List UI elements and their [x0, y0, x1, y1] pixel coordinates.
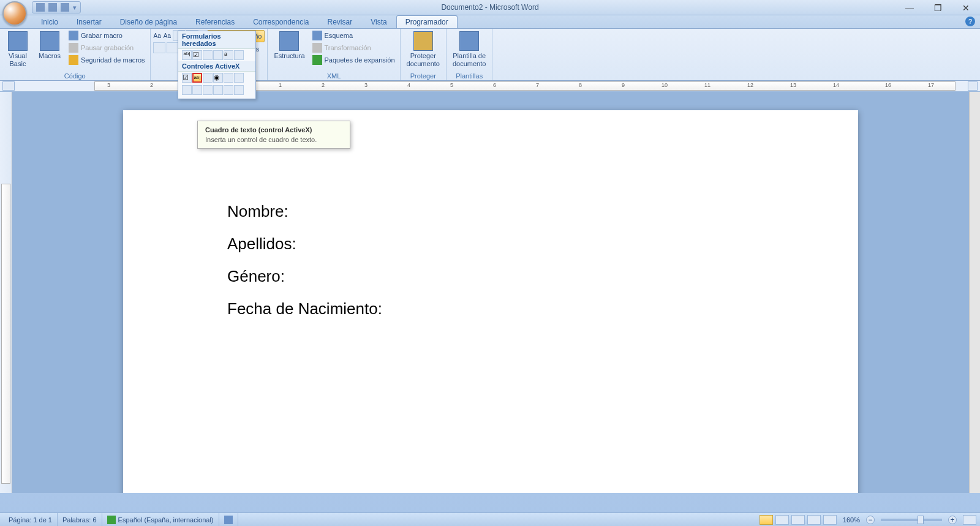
- vertical-ruler[interactable]: [1, 184, 10, 484]
- status-insert[interactable]: [219, 513, 238, 526]
- view-outline-button[interactable]: [807, 515, 821, 525]
- minimize-button[interactable]: —: [895, 0, 924, 15]
- document-area: Nombre: Apellidos: Género: Fecha de Naci…: [0, 92, 980, 493]
- page-container[interactable]: Nombre: Apellidos: Género: Fecha de Naci…: [12, 92, 969, 493]
- tab-correspondencia[interactable]: Correspondencia: [244, 15, 318, 28]
- document-page[interactable]: Nombre: Apellidos: Género: Fecha de Naci…: [123, 110, 858, 493]
- field-nombre[interactable]: Nombre:: [227, 202, 754, 221]
- tab-revisar[interactable]: Revisar: [318, 15, 362, 28]
- activex-listbox-icon[interactable]: [224, 73, 233, 83]
- status-words[interactable]: Palabras: 6: [58, 513, 102, 526]
- activex-label-icon[interactable]: [213, 85, 223, 95]
- macros-button[interactable]: Macros: [34, 30, 65, 61]
- estructura-button[interactable]: Estructura: [270, 30, 308, 61]
- tab-selector-button[interactable]: [2, 81, 15, 91]
- plantilla-documento-button[interactable]: Plantilla de documento: [449, 30, 489, 69]
- quick-access-toolbar: ▾: [32, 1, 81, 13]
- field-genero[interactable]: Género:: [227, 267, 754, 286]
- legacy-shading-icon[interactable]: a: [224, 50, 233, 60]
- zoom-slider[interactable]: [881, 519, 942, 521]
- legacy-frame-icon[interactable]: [213, 50, 223, 60]
- view-draft-button[interactable]: [823, 515, 837, 525]
- close-button[interactable]: ✕: [952, 0, 980, 15]
- legacy-textbox-icon[interactable]: ab|: [182, 50, 192, 60]
- group-xml: Estructura Esquema Transformación Paquet…: [268, 29, 400, 80]
- proteger-documento-button[interactable]: Proteger documento: [403, 30, 443, 69]
- dd-heading-activex: Controles ActiveX: [178, 61, 255, 72]
- qat-dropdown-icon[interactable]: ▾: [73, 4, 77, 12]
- combo-control-icon[interactable]: [153, 42, 165, 53]
- visual-basic-button[interactable]: Visual Basic: [2, 30, 33, 69]
- group-plantillas: Plantilla de documento Plantillas: [447, 29, 492, 80]
- macros-icon: [40, 31, 59, 51]
- view-fullscreen-button[interactable]: [775, 515, 789, 525]
- vertical-scrollbar[interactable]: [969, 92, 980, 493]
- office-button[interactable]: [2, 1, 27, 26]
- dd-heading-formularios: Formularios heredados: [178, 31, 255, 49]
- zoom-out-button[interactable]: −: [866, 516, 875, 524]
- paquetes-expansion-button[interactable]: Paquetes de expansión: [310, 54, 398, 66]
- window-title: Documento2 - Microsoft Word: [0, 3, 980, 12]
- spellcheck-icon: [107, 516, 116, 524]
- zoom-thumb[interactable]: [918, 516, 924, 524]
- group-label-codigo: Código: [2, 72, 148, 80]
- legacy-tools-dropdown: Formularios heredados ab| ☑ a Controles …: [178, 31, 256, 99]
- maximize-button[interactable]: ❐: [924, 0, 952, 15]
- template-icon: [459, 31, 479, 51]
- activex-checkbox-icon[interactable]: ☑: [182, 73, 192, 83]
- esquema-button[interactable]: Esquema: [310, 30, 398, 41]
- legacy-combobox-icon[interactable]: [203, 50, 213, 60]
- tab-programador[interactable]: Programador: [396, 15, 458, 28]
- ruler-bar: 3 2 1 1 2 3 4 5 6 7 8 9 10 11 12 13 14 1…: [0, 81, 980, 92]
- field-fecha-nacimiento[interactable]: Fecha de Nacimiento:: [227, 299, 754, 318]
- redo-icon[interactable]: [61, 3, 69, 12]
- record-icon: [69, 31, 78, 40]
- activex-combo-icon[interactable]: [234, 73, 244, 83]
- activex-spin-icon[interactable]: [192, 85, 202, 95]
- legacy-reset-icon[interactable]: [234, 50, 244, 60]
- save-icon[interactable]: [36, 3, 45, 12]
- expansion-icon: [312, 55, 322, 65]
- tooltip-title: Cuadro de texto (control ActiveX): [205, 126, 342, 133]
- activex-option-icon[interactable]: ◉: [213, 73, 223, 83]
- seguridad-macros-button[interactable]: Seguridad de macros: [66, 54, 148, 66]
- group-codigo: Visual Basic Macros Grabar macro Pausar …: [0, 29, 151, 80]
- pause-icon: [69, 43, 78, 53]
- zoom-in-button[interactable]: +: [948, 516, 957, 524]
- tab-vista[interactable]: Vista: [361, 15, 396, 28]
- field-apellidos[interactable]: Apellidos:: [227, 235, 754, 254]
- group-label-proteger: Proteger: [403, 72, 443, 80]
- text-control[interactable]: Aa: [163, 30, 172, 41]
- tooltip-description: Inserta un control de cuadro de texto.: [205, 136, 342, 143]
- undo-icon[interactable]: [48, 3, 57, 12]
- tab-inicio[interactable]: Inicio: [32, 15, 67, 28]
- activex-toggle-icon[interactable]: [182, 85, 192, 95]
- dropdown-control-icon[interactable]: [167, 42, 179, 53]
- rich-text-control[interactable]: Aa: [153, 30, 162, 41]
- activex-textbox-icon[interactable]: ab|: [192, 73, 202, 83]
- activex-image-icon[interactable]: [224, 85, 233, 95]
- group-label-plantillas: Plantillas: [449, 72, 489, 80]
- grabar-macro-button[interactable]: Grabar macro: [66, 30, 148, 41]
- activex-scroll-icon[interactable]: [203, 85, 213, 95]
- view-web-button[interactable]: [791, 515, 805, 525]
- status-page[interactable]: Página: 1 de 1: [4, 513, 58, 526]
- zoom-fit-button[interactable]: [963, 515, 976, 525]
- tab-diseno-pagina[interactable]: Diseño de página: [111, 15, 186, 28]
- help-icon[interactable]: ?: [965, 17, 975, 26]
- ribbon: Visual Basic Macros Grabar macro Pausar …: [0, 29, 980, 81]
- activex-more-icon[interactable]: [234, 85, 244, 95]
- group-proteger: Proteger documento Proteger: [401, 29, 447, 80]
- titlebar: ▾ Documento2 - Microsoft Word — ❐ ✕: [0, 0, 980, 15]
- ruler-toggle-button[interactable]: [968, 81, 978, 91]
- zoom-level[interactable]: 160%: [843, 516, 860, 524]
- tab-referencias[interactable]: Referencias: [186, 15, 244, 28]
- activex-command-icon[interactable]: [203, 73, 213, 83]
- legacy-checkbox-icon[interactable]: ☑: [192, 50, 202, 60]
- status-language[interactable]: Español (España, internacional): [102, 513, 219, 526]
- window-controls: — ❐ ✕: [895, 0, 980, 15]
- group-label-xml: XML: [270, 72, 397, 80]
- tab-insertar[interactable]: Insertar: [67, 15, 111, 28]
- view-print-layout-button[interactable]: [760, 515, 773, 525]
- transformacion-button: Transformación: [310, 42, 398, 53]
